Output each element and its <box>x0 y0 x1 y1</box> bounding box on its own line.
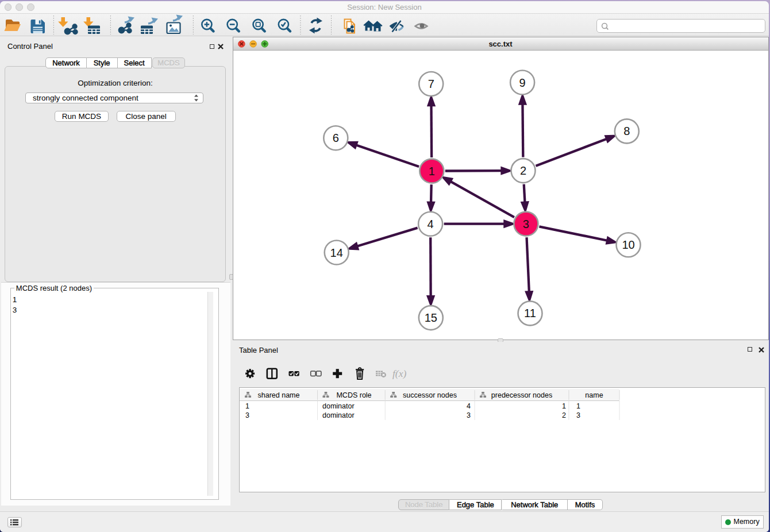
svg-text:4: 4 <box>467 402 471 410</box>
svg-text:2: 2 <box>562 411 566 419</box>
svg-text:7: 7 <box>428 78 434 90</box>
svg-text:3: 3 <box>522 218 529 230</box>
svg-text:10: 10 <box>622 238 634 251</box>
svg-text:14: 14 <box>330 246 342 259</box>
svg-text:2: 2 <box>519 164 526 177</box>
svg-text:name: name <box>585 391 603 399</box>
svg-text:15: 15 <box>424 311 437 324</box>
svg-text:f(x): f(x) <box>392 368 406 379</box>
svg-text:dominator: dominator <box>322 411 355 419</box>
svg-text:1: 1 <box>576 402 580 410</box>
svg-text:3: 3 <box>467 411 471 419</box>
svg-text:MCDS role: MCDS role <box>336 391 371 399</box>
svg-text:6: 6 <box>332 132 338 144</box>
svg-text:4: 4 <box>427 218 433 230</box>
svg-text:1: 1 <box>428 165 434 178</box>
svg-text:8: 8 <box>623 125 630 137</box>
svg-text:9: 9 <box>519 76 525 89</box>
svg-text:successor nodes: successor nodes <box>403 391 457 399</box>
svg-text:dominator: dominator <box>322 402 355 410</box>
svg-text:shared name: shared name <box>257 391 299 399</box>
svg-text:predecessor nodes: predecessor nodes <box>491 391 552 399</box>
svg-text:3: 3 <box>245 411 249 419</box>
svg-text:1: 1 <box>562 402 566 410</box>
svg-text:11: 11 <box>524 307 536 319</box>
svg-text:3: 3 <box>576 411 580 419</box>
svg-text:1: 1 <box>245 402 249 410</box>
